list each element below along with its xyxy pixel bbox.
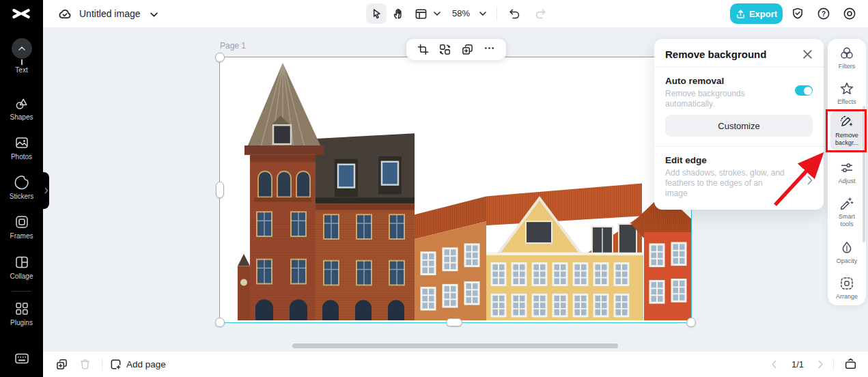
- auto-removal-toggle[interactable]: [795, 85, 813, 96]
- auto-removal-description: Remove backgrounds automatically.: [665, 89, 762, 109]
- redo-button[interactable]: [532, 5, 548, 22]
- undo-button[interactable]: [506, 5, 522, 22]
- document-title[interactable]: Untitled image: [79, 0, 141, 27]
- cloud-check-icon: [57, 8, 72, 20]
- plugins-icon: [14, 301, 29, 316]
- gear-icon: [843, 7, 856, 20]
- sidebar-item-shapes[interactable]: Shapes: [0, 96, 43, 121]
- duplicate-page-icon: [56, 359, 68, 370]
- canvas-size-button[interactable]: [412, 5, 429, 22]
- ellipsis-icon: [484, 42, 495, 54]
- rail-item-adjust[interactable]: Adjust: [828, 160, 866, 185]
- trash-icon: [79, 359, 91, 370]
- canvas-image[interactable]: [220, 57, 691, 320]
- collage-icon: [14, 255, 29, 270]
- prev-page-button[interactable]: [769, 359, 779, 369]
- image-frame[interactable]: [220, 57, 691, 322]
- selection-handle-bottom-left[interactable]: [215, 318, 225, 327]
- rail-item-label: Smart tools: [835, 213, 858, 227]
- sidebar-item-label: Stickers: [0, 193, 43, 200]
- title-menu-button[interactable]: [149, 11, 158, 18]
- rail-item-effects[interactable]: Effects: [828, 81, 866, 106]
- bottom-bar: Add page 1/1: [43, 352, 868, 377]
- chevron-down-icon: [150, 12, 158, 17]
- replace-button[interactable]: [439, 44, 451, 55]
- duplicate-button[interactable]: [462, 44, 473, 55]
- zoom-level[interactable]: 58%: [447, 0, 475, 27]
- selection-handle-bottom-right[interactable]: [686, 318, 696, 327]
- sidebar-item-frames[interactable]: Frames: [0, 214, 43, 240]
- selection-handle-bottom[interactable]: [446, 318, 462, 326]
- rail-item-opacity[interactable]: Opacity: [828, 240, 866, 265]
- chevron-up-icon: [18, 46, 26, 51]
- rail-item-arrange[interactable]: Arrange: [828, 276, 866, 301]
- sidebar-item-collage[interactable]: Collage: [0, 255, 43, 280]
- customize-button[interactable]: Customize: [665, 115, 813, 137]
- rail-item-label: Arrange: [829, 293, 865, 301]
- bottombar-divider: [102, 359, 102, 370]
- drawer-collapse-tab[interactable]: [43, 172, 49, 209]
- sidebar-item-stickers[interactable]: Stickers: [0, 175, 43, 200]
- horizontal-scrollbar[interactable]: [292, 344, 618, 348]
- add-page-button[interactable]: Add page: [110, 352, 166, 377]
- sidebar-item-photos[interactable]: Photos: [0, 135, 43, 160]
- close-icon[interactable]: [802, 49, 813, 59]
- sidebar-item-text[interactable]: Text: [0, 38, 43, 74]
- chevron-right-icon: [817, 360, 824, 369]
- chevron-left-icon: [771, 360, 777, 369]
- panel-title: Remove background: [665, 48, 766, 60]
- export-button[interactable]: Export: [730, 3, 783, 24]
- page-indicator: 1/1: [784, 352, 811, 377]
- scroll-up-button[interactable]: [12, 38, 32, 59]
- filters-icon: [839, 46, 854, 61]
- capcut-logo: [10, 5, 32, 22]
- rail-item-label: Opacity: [829, 257, 865, 265]
- settings-button[interactable]: [842, 6, 857, 21]
- hand-icon: [392, 8, 405, 20]
- left-sidebar: Text Shapes Photos Stickers Frames Colla…: [0, 0, 43, 377]
- add-page-label: Add page: [126, 359, 166, 369]
- shield-check-icon: [791, 7, 804, 20]
- more-button[interactable]: [484, 42, 495, 57]
- hand-tool-button[interactable]: [390, 5, 406, 22]
- svg-text:?: ?: [822, 10, 826, 18]
- selection-handle-left[interactable]: [216, 182, 224, 198]
- selection-handle-top-left[interactable]: [215, 53, 225, 62]
- keyboard-shortcuts-button[interactable]: [0, 352, 43, 365]
- zoom-dropdown[interactable]: [479, 11, 487, 16]
- annotation-arrow: [744, 149, 830, 217]
- rail-item-filters[interactable]: Filters: [828, 46, 866, 70]
- page-label: Page 1: [220, 41, 246, 51]
- opacity-icon: [839, 240, 854, 255]
- photos-icon: [14, 135, 29, 150]
- sidebar-item-label: Text: [0, 66, 43, 74]
- export-label: Export: [749, 9, 777, 19]
- chevron-down-icon: [479, 12, 486, 16]
- floating-toolbar: [406, 39, 506, 60]
- crop-button[interactable]: [417, 44, 429, 55]
- canvas-size-dropdown[interactable]: [433, 11, 441, 16]
- sidebar-item-label: Frames: [0, 232, 43, 240]
- select-tool-button[interactable]: [366, 3, 387, 24]
- crop-icon: [417, 44, 429, 55]
- delete-page-button[interactable]: [78, 357, 92, 371]
- help-button[interactable]: ?: [816, 6, 831, 21]
- redo-icon: [534, 8, 547, 20]
- replace-icon: [439, 44, 451, 55]
- rail-item-smart-tools[interactable]: Smart tools: [828, 196, 866, 227]
- next-page-button[interactable]: [815, 359, 825, 369]
- right-toolbar: Filters Effects Remove backgr... Adjust …: [828, 39, 866, 305]
- help-icon: ?: [817, 7, 830, 20]
- keyboard-icon: [14, 352, 29, 365]
- sidebar-item-plugins[interactable]: Plugins: [0, 301, 43, 326]
- effects-icon: [839, 81, 854, 96]
- present-button[interactable]: [843, 357, 857, 371]
- sidebar-item-label: Plugins: [0, 319, 43, 326]
- layout-icon: [415, 8, 428, 20]
- duplicate-page-button[interactable]: [55, 357, 68, 371]
- present-icon: [844, 358, 857, 371]
- cloud-save-button[interactable]: [57, 7, 73, 20]
- upload-icon: [736, 9, 746, 19]
- chevron-right-icon: [44, 187, 48, 194]
- safety-button[interactable]: [790, 6, 805, 21]
